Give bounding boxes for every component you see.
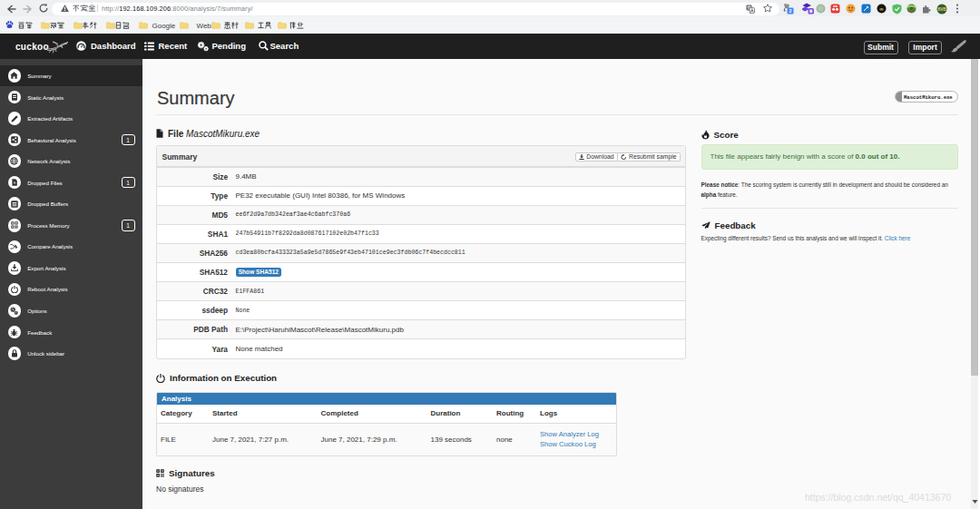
svg-text:2: 2 <box>789 8 791 14</box>
svg-text:BVB: BVB <box>937 7 946 12</box>
svg-text:∞: ∞ <box>879 6 883 12</box>
